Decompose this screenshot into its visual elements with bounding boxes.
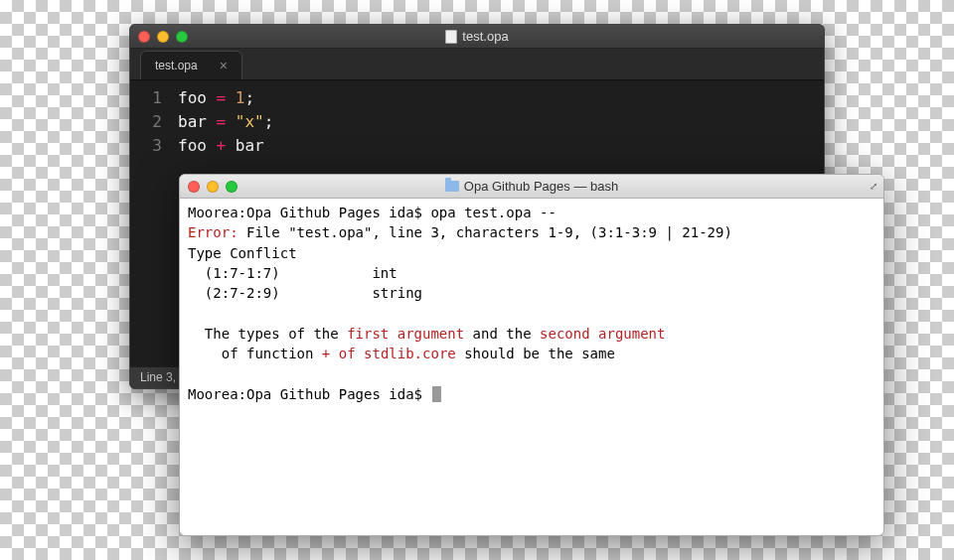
tab-label: test.opa bbox=[155, 59, 198, 72]
line-number: 1 bbox=[130, 86, 162, 110]
line-number: 3 bbox=[130, 134, 162, 158]
hl-first-arg: first argument bbox=[347, 326, 464, 342]
gutter: 1 2 3 bbox=[130, 80, 172, 366]
type-row: (1:7-1:7) bbox=[188, 265, 372, 281]
editor-tabbar: test.opa × bbox=[130, 49, 824, 80]
line-number: 2 bbox=[130, 110, 162, 134]
prompt: Moorea:Opa Github Pages ida$ bbox=[188, 205, 430, 220]
type-name: int bbox=[372, 265, 397, 281]
code-line: bar = "x"; bbox=[178, 110, 273, 134]
file-icon bbox=[445, 30, 457, 44]
cursor-icon bbox=[432, 386, 441, 402]
editor-title-text: test.opa bbox=[462, 29, 508, 44]
prompt: Moorea:Opa Github Pages ida$ bbox=[188, 386, 430, 402]
terminal-window: Opa Github Pages — bash ⤢ Moorea:Opa Git… bbox=[179, 174, 884, 536]
tab-close-icon[interactable]: × bbox=[220, 61, 228, 70]
editor-titlebar[interactable]: test.opa bbox=[130, 25, 824, 49]
terminal-title-text: Opa Github Pages — bash bbox=[464, 179, 618, 194]
terminal-body[interactable]: Moorea:Opa Github Pages ida$ opa test.op… bbox=[180, 199, 883, 408]
terminal-titlebar[interactable]: Opa Github Pages — bash ⤢ bbox=[180, 175, 883, 199]
terminal-title: Opa Github Pages — bash bbox=[180, 179, 883, 194]
code-line: foo = 1; bbox=[178, 86, 273, 110]
folder-icon bbox=[445, 181, 459, 192]
hl-stdlib: of stdlib.core bbox=[339, 346, 456, 361]
editor-title: test.opa bbox=[130, 29, 824, 44]
error-label: Error: bbox=[188, 224, 238, 240]
type-row: (2:7-2:9) bbox=[188, 285, 372, 301]
status-text: Line 3, bbox=[140, 370, 176, 384]
expand-icon[interactable]: ⤢ bbox=[870, 181, 877, 192]
command: opa test.opa -- bbox=[430, 205, 556, 220]
type-name: string bbox=[372, 285, 422, 301]
error-text: File "test.opa", line 3, characters 1-9,… bbox=[238, 224, 732, 240]
code-line: foo + bar bbox=[178, 134, 273, 158]
hl-second-arg: second argument bbox=[540, 326, 665, 342]
conflict-header: Type Conflict bbox=[188, 245, 297, 261]
tab-test-opa[interactable]: test.opa × bbox=[140, 51, 242, 79]
